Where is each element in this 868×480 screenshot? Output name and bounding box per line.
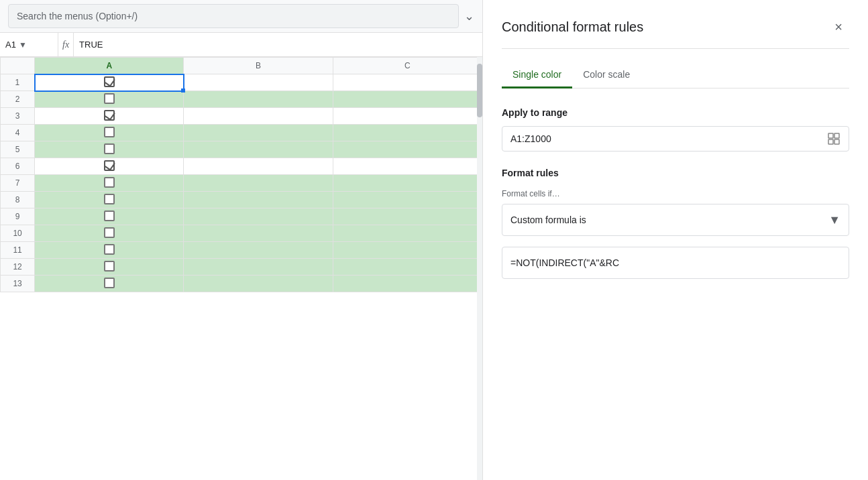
panel-divider bbox=[502, 48, 849, 49]
svg-rect-3 bbox=[834, 139, 839, 144]
formula-bar: A1 ▼ fx TRUE bbox=[0, 33, 482, 57]
close-button[interactable]: × bbox=[828, 16, 849, 38]
grid-select-icon[interactable] bbox=[827, 132, 840, 145]
cell-a12[interactable] bbox=[35, 259, 184, 276]
row-header-4: 4 bbox=[1, 125, 35, 141]
row-header-1: 1 bbox=[1, 74, 35, 91]
cell-b7[interactable] bbox=[184, 175, 333, 192]
cell-ref-value: A1 bbox=[5, 40, 16, 50]
checkbox-a4[interactable] bbox=[104, 127, 115, 137]
checkbox-a10[interactable] bbox=[104, 227, 115, 238]
close-icon: × bbox=[834, 19, 843, 35]
checkbox-a5[interactable] bbox=[104, 143, 115, 154]
format-condition-dropdown[interactable]: Custom formula is ▼ bbox=[502, 204, 849, 236]
cell-a11[interactable] bbox=[35, 242, 184, 259]
cell-b11[interactable] bbox=[184, 242, 333, 259]
cell-a9[interactable] bbox=[35, 208, 184, 225]
corner-header bbox=[1, 58, 35, 74]
checkbox-a11[interactable] bbox=[104, 244, 115, 255]
cell-reference[interactable]: A1 ▼ bbox=[5, 40, 52, 50]
scrollbar-track[interactable] bbox=[477, 57, 482, 480]
panel-header: Conditional format rules × bbox=[502, 16, 849, 38]
tab-color-scale-label: Color scale bbox=[583, 69, 630, 80]
cell-a1[interactable] bbox=[35, 74, 184, 91]
cell-b13[interactable] bbox=[184, 276, 333, 292]
fx-icon: fx bbox=[58, 33, 74, 56]
checkbox-a7[interactable] bbox=[104, 177, 115, 188]
checkbox-a12[interactable] bbox=[104, 261, 115, 272]
cell-c13[interactable] bbox=[333, 276, 482, 292]
checkbox-a2[interactable] bbox=[104, 93, 115, 104]
checkbox-a1[interactable] bbox=[104, 76, 115, 87]
dropdown-arrow-icon: ▼ bbox=[828, 213, 840, 227]
cell-b8[interactable] bbox=[184, 192, 333, 208]
cell-c12[interactable] bbox=[333, 259, 482, 276]
cell-b4[interactable] bbox=[184, 125, 333, 141]
cell-ref-arrow-icon[interactable]: ▼ bbox=[19, 40, 27, 50]
row-header-6: 6 bbox=[1, 158, 35, 175]
cell-c3[interactable] bbox=[333, 108, 482, 125]
cell-c9[interactable] bbox=[333, 208, 482, 225]
cell-a13[interactable] bbox=[35, 276, 184, 292]
cell-c4[interactable] bbox=[333, 125, 482, 141]
row-header-2: 2 bbox=[1, 91, 35, 108]
selection-handle bbox=[181, 88, 185, 93]
cell-a2[interactable] bbox=[35, 91, 184, 108]
chevron-down-icon[interactable]: ⌄ bbox=[464, 9, 474, 23]
row-header-3: 3 bbox=[1, 108, 35, 125]
spreadsheet-area: Search the menus (Option+/) ⌄ A1 ▼ fx TR… bbox=[0, 0, 483, 480]
cell-a4[interactable] bbox=[35, 125, 184, 141]
cell-c7[interactable] bbox=[333, 175, 482, 192]
cell-c8[interactable] bbox=[333, 192, 482, 208]
tab-single-color-label: Single color bbox=[512, 69, 561, 80]
cell-b10[interactable] bbox=[184, 225, 333, 242]
row-header-12: 12 bbox=[1, 259, 35, 276]
svg-rect-2 bbox=[828, 139, 833, 144]
checkbox-a9[interactable] bbox=[104, 211, 115, 221]
scrollbar-thumb[interactable] bbox=[477, 64, 482, 117]
formula-input-box[interactable]: =NOT(INDIRECT("A"&RC bbox=[502, 247, 849, 279]
cell-c11[interactable] bbox=[333, 242, 482, 259]
dropdown-value: Custom formula is bbox=[510, 215, 586, 225]
checkbox-a3[interactable] bbox=[104, 110, 115, 121]
cell-c10[interactable] bbox=[333, 225, 482, 242]
cell-b12[interactable] bbox=[184, 259, 333, 276]
cell-c1[interactable] bbox=[333, 74, 482, 91]
row-header-5: 5 bbox=[1, 141, 35, 158]
col-header-a[interactable]: A bbox=[35, 58, 184, 74]
row-header-13: 13 bbox=[1, 276, 35, 292]
search-box[interactable]: Search the menus (Option+/) bbox=[8, 4, 459, 28]
row-header-11: 11 bbox=[1, 242, 35, 259]
checkbox-a6[interactable] bbox=[104, 160, 115, 171]
checkbox-a13[interactable] bbox=[104, 278, 115, 288]
conditional-format-panel: Conditional format rules × Single color … bbox=[483, 0, 868, 480]
cell-c2[interactable] bbox=[333, 91, 482, 108]
cell-b2[interactable] bbox=[184, 91, 333, 108]
cell-a3[interactable] bbox=[35, 108, 184, 125]
checkbox-a8[interactable] bbox=[104, 194, 115, 204]
cell-a10[interactable] bbox=[35, 225, 184, 242]
svg-rect-0 bbox=[828, 133, 833, 138]
cell-c5[interactable] bbox=[333, 141, 482, 158]
cell-a5[interactable] bbox=[35, 141, 184, 158]
cell-a8[interactable] bbox=[35, 192, 184, 208]
grid-container: A B C 12345678910111213 bbox=[0, 57, 482, 480]
cell-b6[interactable] bbox=[184, 158, 333, 175]
row-header-7: 7 bbox=[1, 175, 35, 192]
format-cells-if-label: Format cells if… bbox=[502, 189, 849, 198]
range-input-row[interactable]: A1:Z1000 bbox=[502, 126, 849, 152]
menu-bar: Search the menus (Option+/) ⌄ bbox=[0, 0, 482, 33]
col-header-b[interactable]: B bbox=[184, 58, 333, 74]
cell-b3[interactable] bbox=[184, 108, 333, 125]
cell-b5[interactable] bbox=[184, 141, 333, 158]
cell-a6[interactable] bbox=[35, 158, 184, 175]
apply-to-range-label: Apply to range bbox=[502, 107, 849, 118]
cell-a7[interactable] bbox=[35, 175, 184, 192]
tab-single-color[interactable]: Single color bbox=[502, 62, 572, 88]
tabs: Single color Color scale bbox=[502, 62, 849, 88]
cell-c6[interactable] bbox=[333, 158, 482, 175]
cell-b9[interactable] bbox=[184, 208, 333, 225]
cell-b1[interactable] bbox=[184, 74, 333, 91]
tab-color-scale[interactable]: Color scale bbox=[572, 62, 641, 88]
col-header-c[interactable]: C bbox=[333, 58, 482, 74]
